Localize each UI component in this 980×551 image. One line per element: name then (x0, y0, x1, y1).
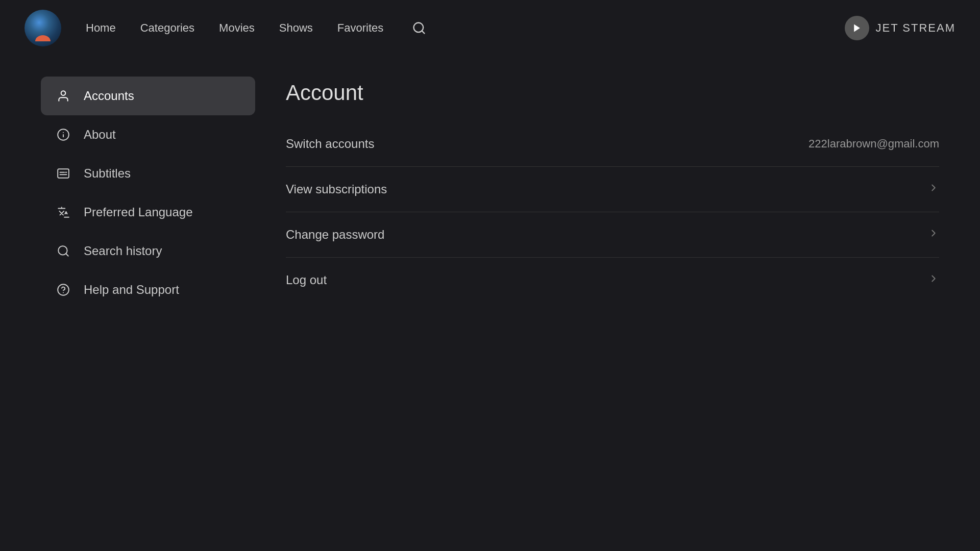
sidebar-subtitles-label: Subtitles (84, 166, 131, 181)
change-password-label: Change password (286, 228, 384, 242)
switch-accounts-value: 222larabrown@gmail.com (808, 137, 939, 151)
nav-movies[interactable]: Movies (219, 21, 255, 35)
brand-play-icon (845, 16, 869, 40)
switch-accounts-row[interactable]: Switch accounts 222larabrown@gmail.com (286, 121, 939, 167)
help-icon (55, 283, 71, 296)
navbar: Home Categories Movies Shows Favorites J… (0, 0, 980, 56)
translate-icon (55, 206, 71, 219)
switch-accounts-right: 222larabrown@gmail.com (808, 137, 939, 151)
user-icon (55, 89, 71, 103)
sidebar-accounts-label: Accounts (84, 89, 134, 103)
sidebar-item-search-history[interactable]: Search history (41, 232, 255, 270)
log-out-chevron (928, 273, 939, 287)
sidebar-item-subtitles[interactable]: Subtitles (41, 154, 255, 193)
switch-accounts-label: Switch accounts (286, 137, 374, 151)
sidebar: Accounts About Subtitles (41, 77, 255, 309)
log-out-row[interactable]: Log out (286, 258, 939, 303)
account-title: Account (286, 81, 939, 105)
search-history-icon (55, 244, 71, 258)
sidebar-item-accounts[interactable]: Accounts (41, 77, 255, 115)
sidebar-about-label: About (84, 128, 116, 142)
log-out-label: Log out (286, 273, 327, 287)
view-subscriptions-row[interactable]: View subscriptions (286, 167, 939, 212)
svg-point-3 (61, 91, 66, 95)
main-content: Accounts About Subtitles (0, 56, 980, 330)
log-out-right (928, 273, 939, 287)
svg-rect-7 (58, 169, 69, 178)
view-subscriptions-chevron (928, 182, 939, 196)
sidebar-help-label: Help and Support (84, 283, 179, 297)
sidebar-item-help-and-support[interactable]: Help and Support (41, 270, 255, 309)
nav-favorites[interactable]: Favorites (337, 21, 383, 35)
sidebar-search-history-label: Search history (84, 244, 162, 258)
brand-name: JET STREAM (875, 21, 955, 35)
info-icon (55, 128, 71, 141)
svg-point-13 (58, 284, 69, 295)
brand-logo: JET STREAM (845, 16, 955, 40)
change-password-chevron (928, 228, 939, 242)
nav-home[interactable]: Home (86, 21, 116, 35)
search-icon[interactable] (408, 17, 430, 39)
logo-avatar[interactable] (24, 10, 61, 46)
nav-links: Home Categories Movies Shows Favorites (86, 17, 845, 39)
sidebar-item-preferred-language[interactable]: Preferred Language (41, 193, 255, 232)
nav-categories[interactable]: Categories (140, 21, 194, 35)
subtitles-icon (55, 167, 71, 180)
sidebar-preferred-language-label: Preferred Language (84, 205, 193, 219)
svg-marker-2 (854, 24, 861, 32)
account-section: Account Switch accounts 222larabrown@gma… (286, 77, 939, 309)
view-subscriptions-right (928, 182, 939, 196)
nav-shows[interactable]: Shows (279, 21, 313, 35)
change-password-row[interactable]: Change password (286, 212, 939, 258)
sidebar-item-about[interactable]: About (41, 115, 255, 154)
svg-line-12 (66, 254, 68, 256)
view-subscriptions-label: View subscriptions (286, 182, 387, 196)
change-password-right (928, 228, 939, 242)
svg-line-1 (422, 31, 425, 33)
